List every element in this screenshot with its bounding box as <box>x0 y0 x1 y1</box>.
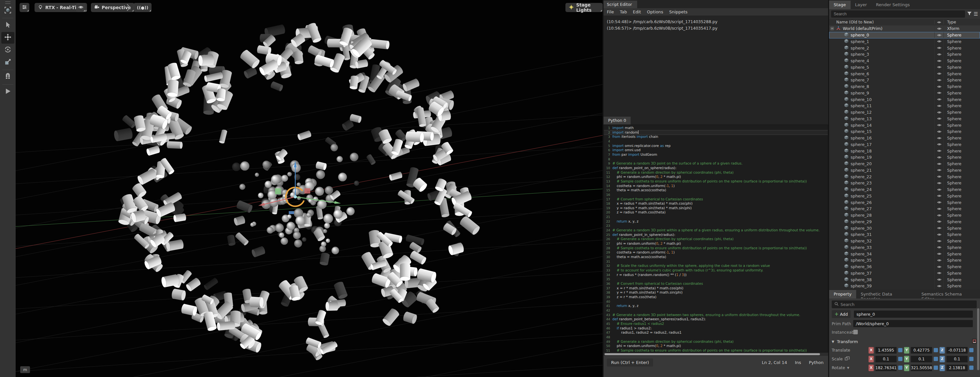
code-line[interactable]: 27 phi = random.uniform(0, 2 * math.pi) <box>604 242 828 246</box>
stage-row-sphere_24[interactable]: sphere_24Sphere <box>829 186 980 193</box>
code-line[interactable]: 40 <box>604 299 828 304</box>
code-line[interactable]: 4 <box>604 139 828 144</box>
code-line[interactable]: 31 <box>604 259 828 264</box>
visibility-eye-icon[interactable] <box>934 251 943 257</box>
stage-row-sphere_9[interactable]: sphere_9Sphere <box>829 90 980 97</box>
visibility-eye-icon[interactable] <box>934 212 943 219</box>
code-line[interactable]: 49 # Generate a random direction by sphe… <box>604 339 828 344</box>
code-line[interactable]: 37 x = r * math.sin(theta) * math.cos(ph… <box>604 286 828 291</box>
prim-path-field[interactable]: /World/sphere_0 <box>853 320 973 327</box>
rotate-x-field[interactable]: 182.76341 <box>875 364 897 371</box>
code-line[interactable]: 43# Generate a random 3D point between t… <box>604 313 828 317</box>
chevron-right-icon[interactable] <box>126 3 132 13</box>
code-line[interactable]: 47 radius1, radius2 = radius2, radius1 <box>604 331 828 335</box>
code-line[interactable]: 23 <box>604 224 828 228</box>
code-line[interactable]: 9# Generate a random 3D point on the sur… <box>604 161 828 166</box>
visibility-eye-icon[interactable] <box>934 83 943 90</box>
tab-semantics-schema-editor[interactable]: Semantics Schema Editor <box>917 290 980 299</box>
visibility-eye-icon[interactable] <box>934 257 943 264</box>
audio-button[interactable]: ((●)) <box>134 3 151 12</box>
visibility-eye-icon[interactable] <box>934 45 943 51</box>
stage-row-sphere_37[interactable]: sphere_37Sphere <box>829 270 980 277</box>
scale-z-field[interactable]: 0.1 <box>947 356 967 362</box>
code-line[interactable]: 45 # Ensure radius1 < radius2 <box>604 321 828 326</box>
stage-row-sphere_11[interactable]: sphere_11Sphere <box>829 103 980 109</box>
filter-icon[interactable] <box>967 11 972 17</box>
translate-x-field[interactable]: 1.43595 <box>875 347 897 353</box>
tool-play-button[interactable] <box>1 86 14 98</box>
x-default-indicator[interactable] <box>898 348 902 352</box>
code-line[interactable]: 18 x = radius * math.sin(theta) * math.c… <box>604 201 828 206</box>
stage-row-sphere_19[interactable]: sphere_19Sphere <box>829 154 980 161</box>
code-line[interactable]: 10def random_point_on_sphere(radius): <box>604 166 828 170</box>
code-line[interactable]: 16 <box>604 192 828 197</box>
rotate-z-field[interactable]: 2.13818 <box>947 364 967 371</box>
column-type-label[interactable]: Type <box>943 20 980 24</box>
code-line[interactable]: 44def random_point_between_spheres(radiu… <box>604 317 828 321</box>
stage-row-sphere_17[interactable]: sphere_17Sphere <box>829 142 980 148</box>
stage-row-sphere_22[interactable]: sphere_22Sphere <box>829 173 980 180</box>
stage-row-sphere_13[interactable]: sphere_13Sphere <box>829 116 980 122</box>
visibility-eye-icon[interactable] <box>934 25 943 32</box>
stage-row-sphere_35[interactable]: sphere_35Sphere <box>829 257 980 264</box>
menu-tab[interactable]: Tab <box>620 10 627 14</box>
z-default-indicator[interactable] <box>969 357 974 361</box>
stage-row-world[interactable]: −World (defaultPrim)Xform <box>829 25 980 32</box>
visibility-eye-icon[interactable] <box>934 205 943 212</box>
code-line[interactable]: 2import random <box>604 130 828 135</box>
visibility-eye-icon[interactable] <box>934 90 943 97</box>
stage-row-sphere_20[interactable]: sphere_20Sphere <box>829 161 980 167</box>
tab-property[interactable]: Property <box>829 290 856 299</box>
visibility-eye-icon[interactable] <box>934 264 943 270</box>
code-line[interactable]: 26 # Generate a random direction by sphe… <box>604 237 828 242</box>
code-line[interactable]: 8 <box>604 157 828 162</box>
visibility-eye-icon[interactable] <box>934 148 943 154</box>
visibility-eye-icon[interactable] <box>934 238 943 244</box>
code-line[interactable]: 3from itertools import chain <box>604 135 828 139</box>
code-line[interactable]: 5import omni.replicator.core as rep <box>604 144 828 148</box>
visibility-eye-icon[interactable] <box>934 32 943 38</box>
stage-row-sphere_16[interactable]: sphere_16Sphere <box>829 135 980 142</box>
instanceable-checkbox[interactable] <box>853 330 858 334</box>
visibility-eye-icon[interactable] <box>934 103 943 109</box>
visibility-eye-icon[interactable] <box>934 199 943 205</box>
stage-row-sphere_7[interactable]: sphere_7Sphere <box>829 77 980 83</box>
code-line[interactable]: 11 # Generate a random direction by sphe… <box>604 170 828 175</box>
tool-snap-button[interactable] <box>1 72 14 83</box>
code-line[interactable]: 25def random_point_in_sphere(radius): <box>604 233 828 237</box>
viewport[interactable]: RTX - Real-Time Perspective ((●)) Stage … <box>16 0 603 377</box>
z-default-indicator[interactable] <box>969 348 974 352</box>
visibility-eye-icon[interactable] <box>934 225 943 231</box>
tab-layer[interactable]: Layer <box>851 1 872 9</box>
z-default-indicator[interactable] <box>969 366 974 370</box>
stage-row-sphere_15[interactable]: sphere_15Sphere <box>829 128 980 135</box>
scale-y-field[interactable]: 0.1 <box>911 356 932 362</box>
stage-row-sphere_18[interactable]: sphere_18Sphere <box>829 148 980 154</box>
viewport-visibility-button[interactable] <box>76 3 86 12</box>
visibility-eye-icon[interactable] <box>934 219 943 225</box>
y-default-indicator[interactable] <box>934 366 938 370</box>
visibility-eye-icon[interactable] <box>934 173 943 180</box>
code-line[interactable]: 50 phi = random.uniform(0, 2 * math.pi) <box>604 344 828 348</box>
stage-row-sphere_32[interactable]: sphere_32Sphere <box>829 238 980 244</box>
stage-row-sphere_28[interactable]: sphere_28Sphere <box>829 212 980 219</box>
viewport-settings-button[interactable] <box>19 3 29 12</box>
stage-row-sphere_38[interactable]: sphere_38Sphere <box>829 276 980 283</box>
stage-row-sphere_12[interactable]: sphere_12Sphere <box>829 109 980 116</box>
x-default-indicator[interactable] <box>898 357 902 361</box>
visibility-eye-icon[interactable] <box>934 64 943 71</box>
tool-frame-selection-button[interactable] <box>1 5 14 17</box>
code-line[interactable]: 15 theta = math.acos(costheta) <box>604 188 828 192</box>
code-line[interactable]: 33 # to account for volume's cubic growt… <box>604 268 828 273</box>
stage-row-sphere_23[interactable]: sphere_23Sphere <box>829 180 980 186</box>
tab-script-editor[interactable]: Script Editor <box>604 1 637 8</box>
stage-row-sphere_39[interactable]: sphere_39Sphere <box>829 283 980 290</box>
stage-row-sphere_14[interactable]: sphere_14Sphere <box>829 122 980 128</box>
stage-row-sphere_0[interactable]: sphere_0Sphere <box>829 32 980 38</box>
visibility-eye-icon[interactable] <box>934 154 943 161</box>
code-line[interactable]: 13 # Sample costheta to ensure uniform d… <box>604 179 828 184</box>
visibility-eye-icon[interactable] <box>934 244 943 251</box>
stage-row-sphere_2[interactable]: sphere_2Sphere <box>829 45 980 51</box>
translate-z-field[interactable]: -0.07118 <box>947 347 967 353</box>
link-scale-icon[interactable] <box>845 356 850 361</box>
